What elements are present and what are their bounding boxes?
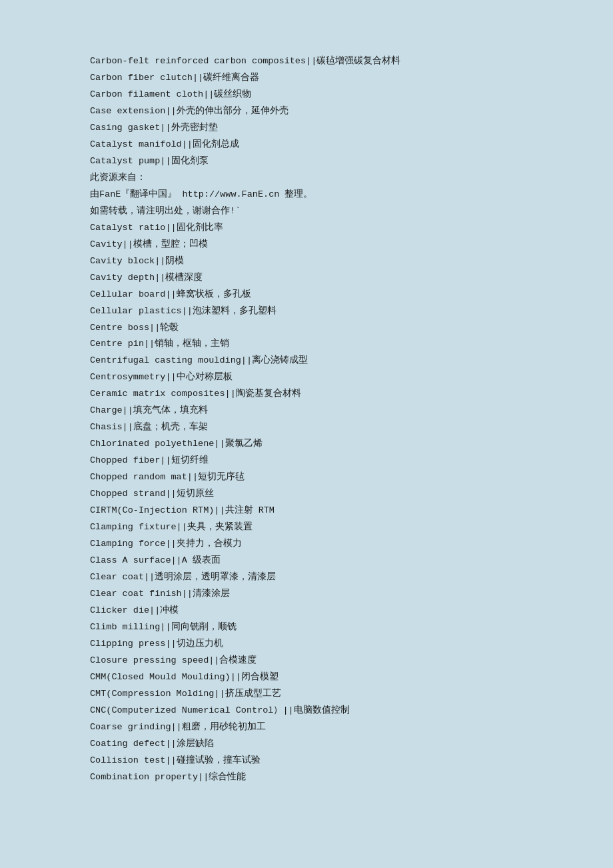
list-item: Casing gasket||外壳密封垫: [90, 120, 546, 137]
list-item: Clipping press||切边压力机: [90, 636, 546, 653]
list-item: Catalyst ratio||固化剂比率: [90, 220, 546, 237]
list-item: Clamping force||夹持力，合模力: [90, 536, 546, 553]
list-item: Chlorinated polyethlene||聚氯乙烯: [90, 436, 546, 453]
list-item: CIRTM(Co-Injection RTM)||共注射 RTM: [90, 503, 546, 519]
list-item: CMT(Compression Molding||挤压成型工艺: [90, 686, 546, 703]
list-item: Clicker die||冲模: [90, 603, 546, 619]
list-item: Closure pressing speed||合模速度: [90, 653, 546, 669]
list-item: Class A surface||A 级表面: [90, 553, 546, 569]
list-item: Centrosymmetry||中心对称层板: [90, 369, 546, 386]
list-item: CNC(Computerized Numerical Control）||电脑数…: [90, 703, 546, 719]
list-item: Coarse grinding||粗磨，用砂轮初加工: [90, 719, 546, 736]
list-item: Cellular plastics||泡沫塑料，多孔塑料: [90, 303, 546, 320]
list-item: Coating defect||涂层缺陷: [90, 736, 546, 753]
list-item: Cavity depth||模槽深度: [90, 270, 546, 287]
list-item: Cavity block||阴模: [90, 253, 546, 270]
list-item: 如需转载，请注明出处，谢谢合作!`: [90, 203, 546, 220]
list-item: Cellular board||蜂窝状板，多孔板: [90, 287, 546, 303]
list-item: Carbon fiber clutch||碳纤维离合器: [90, 70, 546, 87]
list-item: Cavity||模槽，型腔；凹模: [90, 237, 546, 253]
list-item: Collision test||碰撞试验，撞车试验: [90, 753, 546, 769]
list-item: Chopped fiber||短切纤维: [90, 453, 546, 469]
list-item: Carbon-felt reinforced carbon composites…: [90, 53, 546, 70]
main-content: Carbon-felt reinforced carbon composites…: [90, 53, 546, 786]
list-item: Ceramic matrix composites||陶瓷基复合材料: [90, 386, 546, 403]
list-item: Centre pin||销轴，枢轴，主销: [90, 336, 546, 353]
list-item: 由FanE『翻译中国』 http://www.FanE.cn 整理。: [90, 187, 546, 203]
list-item: Carbon filament cloth||碳丝织物: [90, 87, 546, 103]
list-item: Combination property||综合性能: [90, 769, 546, 786]
list-item: Catalyst pump||固化剂泵: [90, 153, 546, 170]
list-item: Clamping fixture||夹具，夹紧装置: [90, 519, 546, 536]
list-item: Clear coat||透明涂层，透明罩漆，清漆层: [90, 569, 546, 586]
list-item: 此资源来自：: [90, 170, 546, 187]
list-item: Climb milling||同向铣削，顺铣: [90, 619, 546, 636]
list-item: Clear coat finish||清漆涂层: [90, 586, 546, 603]
list-item: Chopped random mat||短切无序毡: [90, 469, 546, 486]
list-item: Centre boss||轮毂: [90, 320, 546, 337]
list-item: Chopped strand||短切原丝: [90, 486, 546, 503]
list-item: CMM(Closed Mould Moulding)||闭合模塑: [90, 669, 546, 686]
list-item: Case extension||外壳的伸出部分，延伸外壳: [90, 103, 546, 120]
list-item: Centrifugal casting moulding||离心浇铸成型: [90, 353, 546, 369]
list-item: Charge||填充气体，填充料: [90, 403, 546, 419]
list-item: Catalyst manifold||固化剂总成: [90, 137, 546, 153]
list-item: Chasis||底盘；机壳，车架: [90, 419, 546, 436]
